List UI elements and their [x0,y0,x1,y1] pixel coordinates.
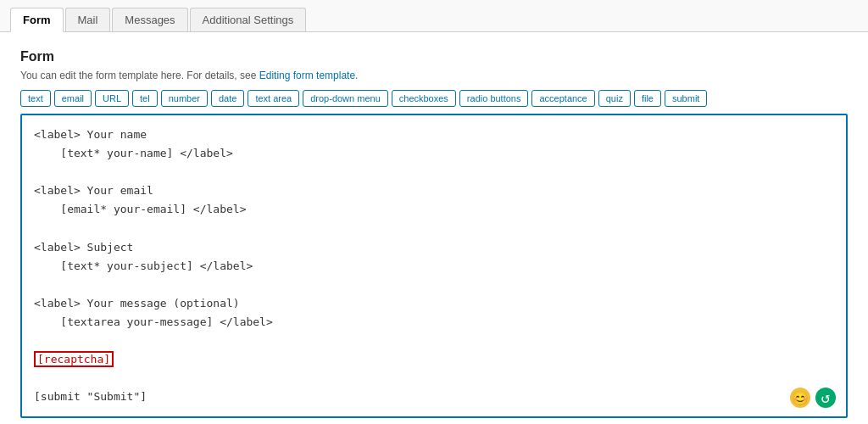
section-title: Form [20,49,848,64]
tag-btn-number[interactable]: number [161,90,208,107]
tag-buttons-bar: textemailURLtelnumberdatetext areadrop-d… [20,90,848,107]
tag-btn-quiz[interactable]: quiz [598,90,631,107]
tag-btn-file[interactable]: file [634,90,661,107]
content-area: Form You can edit the form template here… [0,32,868,424]
tag-btn-tel[interactable]: tel [132,90,158,107]
tab-mail[interactable]: Mail [65,8,111,31]
recaptcha-tag: [recaptcha] [34,351,114,367]
tag-btn-email[interactable]: email [54,90,92,107]
tag-btn-drop-down-menu[interactable]: drop-down menu [303,90,388,107]
tag-btn-submit[interactable]: submit [665,90,707,107]
tag-btn-date[interactable]: date [211,90,244,107]
tag-btn-text-area[interactable]: text area [248,90,299,107]
tab-messages[interactable]: Messages [112,8,187,31]
section-description: You can edit the form template here. For… [20,70,848,81]
refresh-icon[interactable]: ↺ [815,388,836,408]
editing-form-template-link[interactable]: Editing form template. [259,70,359,81]
description-text: You can edit the form template here. For… [20,70,259,81]
tag-btn-acceptance[interactable]: acceptance [531,90,594,107]
tab-additional-settings[interactable]: Additional Settings [190,8,307,31]
tag-btn-checkboxes[interactable]: checkboxes [392,90,456,107]
editor-content[interactable]: <label> Your name [text* your-name] </la… [34,126,834,406]
tabs-bar: Form Mail Messages Additional Settings [0,0,868,32]
tag-btn-URL[interactable]: URL [95,90,129,107]
tab-form[interactable]: Form [10,8,64,32]
page-wrapper: Form Mail Messages Additional Settings F… [0,0,868,424]
tag-btn-radio-buttons[interactable]: radio buttons [459,90,529,107]
form-editor[interactable]: <label> Your name [text* your-name] </la… [20,114,848,418]
emoji-icon[interactable]: 😊 [790,388,810,408]
tag-btn-text[interactable]: text [20,90,51,107]
editor-icons: 😊 ↺ [790,388,836,408]
